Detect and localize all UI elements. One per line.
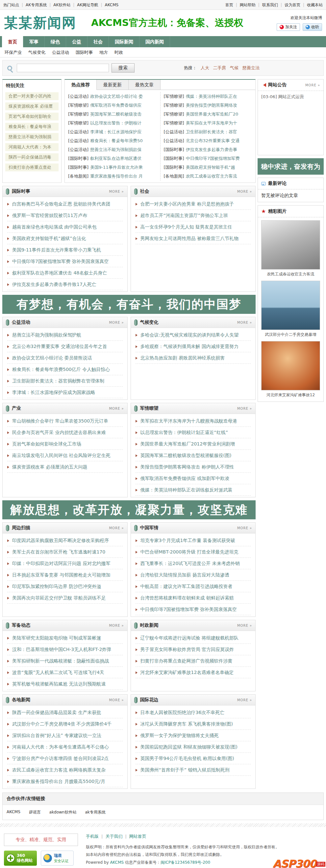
news-link[interactable]: 男子冒充女同事称欲炸房管局 官方回应莫误炸 bbox=[140, 647, 234, 652]
news-link[interactable]: 北京热岛效应加剧 易致居民神经系统损害 bbox=[140, 355, 225, 361]
news-category-tag[interactable]: [公益活动] bbox=[68, 129, 88, 134]
news-link[interactable]: 扫黄打非办将重点查处网游广告视频软件涉黄 bbox=[140, 658, 233, 663]
news-link[interactable]: 武汉部分中介二手房交易增4倍 不少房源降价4千 bbox=[12, 721, 111, 726]
nav-item-domestic-news[interactable]: 国内新闻 bbox=[139, 36, 170, 47]
news-link[interactable]: 美军士兵在首尔闹市区开枪 飞车逃逸时速170 bbox=[12, 549, 105, 555]
subnav-link[interactable]: 公益活动 bbox=[52, 50, 69, 55]
news-link[interactable]: 俄罗斯一军官经营妓院被罚11万卢布 bbox=[12, 213, 87, 218]
news-category-tag[interactable]: [公益活动] bbox=[68, 147, 88, 152]
news-link[interactable]: 河北怀来艾家沟矿难事故12名遇难者名单确定 bbox=[140, 670, 234, 675]
subnav-link[interactable]: 环保产业 bbox=[5, 50, 22, 55]
topbar-link[interactable]: AKCMS bbox=[105, 3, 118, 7]
news-link[interactable]: 美报告指责伊朗黑客网络攻击 称伊朗人不理性 bbox=[140, 464, 234, 469]
news-link[interactable]: 伊拉克发生多起暴力袭击事 bbox=[186, 147, 237, 152]
news-link[interactable]: 英国男子带94公斤毛毛虫登机 称用以食用(图) bbox=[140, 756, 234, 761]
special-focus-item[interactable]: 粮食局长：餐桌每年浪 bbox=[5, 123, 59, 131]
news-link[interactable]: 重庆家政服务指导价出台 月 bbox=[90, 174, 143, 179]
topbar-link[interactable]: AK专用系统 bbox=[26, 3, 47, 7]
news-category-tag[interactable]: [公益活动] bbox=[68, 138, 88, 143]
news-link[interactable]: 深圳拟出台首例“好人法” 专家建议统一立法 bbox=[12, 733, 101, 738]
news-link[interactable]: 农民工成春运收官主力客流 称网络购票太复杂 bbox=[12, 767, 106, 772]
news-link[interactable]: 英国海军第二艘机敏级攻击型核潜艇服役(图) bbox=[140, 453, 232, 458]
news-link[interactable]: 美陆军研究太阳能发电织物 可制成军装帐篷 bbox=[12, 635, 101, 641]
news-link[interactable]: 美国9-11事件后首次允许乘客带小刀乘飞机 bbox=[12, 247, 101, 252]
news-category-tag[interactable]: [各地新闻] bbox=[68, 174, 88, 179]
footer-link[interactable]: 关于我们 bbox=[105, 834, 123, 839]
news-link[interactable]: 李津城：长江水源地保护应成为国家战略 bbox=[12, 390, 95, 395]
news-link[interactable]: 河南籍人大代表：为本省考生遭遇高考不公痛心 bbox=[12, 744, 109, 749]
news-link[interactable]: 政协会议文艺组小组讨论 委员替熊说话 bbox=[12, 355, 92, 361]
news-link[interactable]: 中日俄印等7国被指增加军费 弥补美国衰落真空 bbox=[12, 259, 109, 264]
topbar-link[interactable]: 收藏本站 bbox=[307, 3, 323, 7]
news-link[interactable]: 美国政府支持智能手机“越狱”合法化 bbox=[12, 236, 86, 241]
nav-item-intl-news[interactable]: 国际新闻 bbox=[109, 36, 139, 47]
news-link[interactable]: 叙利亚军队在边界地区遭伏 bbox=[90, 156, 141, 161]
news-link[interactable]: 伊拉克发生多起暴力袭击事件致17人死亡 bbox=[12, 282, 97, 287]
topbar-link[interactable]: 网站帮助 bbox=[240, 3, 255, 7]
news-link[interactable]: 汉和：巴基斯坦推销中国CH-3无人机和FT-2炸弹 bbox=[12, 647, 111, 652]
footer-link[interactable]: 手机版 bbox=[86, 834, 99, 839]
more-link[interactable]: MORE » bbox=[237, 407, 252, 410]
news-link[interactable]: 辽宁舰今年或将进行远海试验 将组建舰载机部队 bbox=[140, 635, 239, 641]
news-link[interactable]: 多哈会议:无视气候灾难现实的谈判结果令人失望 bbox=[140, 332, 239, 338]
more-link[interactable]: MORE » bbox=[109, 321, 124, 324]
photo-thumbnail-wuhan-housing[interactable] bbox=[261, 281, 320, 330]
photo-caption[interactable]: 河北怀来艾家沟矿难事故12 bbox=[261, 390, 320, 399]
news-link[interactable]: 俄罗斯一女子为保护宠物猫将丈夫捅死 bbox=[140, 733, 219, 738]
news-link[interactable]: 美国前囚犯跑回监狱 和狱友抽烟聊天被发现(图) bbox=[140, 744, 238, 749]
news-category-tag[interactable]: [国际时事] bbox=[68, 165, 88, 170]
news-category-tag[interactable]: [军情瞭望] bbox=[164, 103, 184, 108]
news-link[interactable]: 宁波部分房产中介访客增四倍 签合同到凌晨2点 bbox=[12, 756, 109, 761]
special-focus-item[interactable]: 扫黄打非办将重点查处 bbox=[5, 163, 59, 172]
news-link[interactable]: 印尼军队加紧控制印马边界 防沙巴冲突外溢 bbox=[12, 584, 101, 589]
news-link[interactable]: 中航高层：建议允许军工集团引进战略投资者 bbox=[140, 584, 233, 589]
subnav-link[interactable]: 地方 bbox=[99, 50, 108, 55]
news-link[interactable]: 台湾给驻大陆情报员加薪 扬言应对大陆渗透 bbox=[140, 572, 229, 578]
news-category-tag[interactable]: [军情瞭望] bbox=[164, 112, 184, 117]
more-link[interactable]: MORE » bbox=[237, 321, 252, 324]
news-link[interactable]: 美国世界最大海军造船厂20 bbox=[186, 112, 239, 117]
special-focus-item[interactable]: 合肥一对夫妻小区内抢 bbox=[5, 92, 59, 100]
news-link[interactable]: 冰坨从天而降砸穿房车 系飞机乘客排泄物(图) bbox=[140, 721, 233, 726]
notice-item[interactable]: [03-06] 网站正式运营 bbox=[258, 91, 323, 103]
news-link[interactable]: 坦克专家3个月完成1年工作量 装备测试获突破 bbox=[140, 538, 235, 543]
news-link[interactable]: 俄军取消百年免费香烟供应 或加剧军中欺凌 bbox=[140, 476, 229, 481]
news-category-tag[interactable]: [军情瞭望] bbox=[164, 121, 184, 125]
footer-link[interactable]: 网站首页 bbox=[129, 834, 146, 839]
news-link[interactable]: 以总理发出警告：伊朗核计 bbox=[90, 121, 141, 125]
news-link[interactable]: 美国9-11事件后首次允许乘 bbox=[90, 165, 143, 170]
news-link[interactable]: 英军机敏号核潜艇再陷尴尬 无法达到预期航速 bbox=[12, 681, 106, 686]
friend-link[interactable]: akdown软件站 bbox=[49, 810, 77, 814]
news-link[interactable]: 北京公布32件重要实事 交通 bbox=[186, 138, 240, 143]
news-link[interactable]: 美军拟在太平洋东海岸为十 bbox=[186, 121, 237, 125]
news-link[interactable]: 中日俄印等7国被指增加军费 弥补美国衰落真空 bbox=[140, 607, 237, 612]
news-link[interactable]: 多哈观察：气候谈判僵局未解 国内减排更需努力 bbox=[140, 344, 239, 349]
weibo-follow-button[interactable]: 加关注 bbox=[277, 23, 300, 31]
news-link[interactable]: 陕西一药企保健品消毒品混装卖 生产未获批 bbox=[12, 710, 101, 715]
topbar-link[interactable]: 设为首页 bbox=[284, 3, 300, 7]
more-link[interactable]: MORE » bbox=[109, 624, 124, 627]
news-link[interactable]: 美国政府支持智能手机“越 bbox=[186, 165, 235, 170]
header-promo-banner[interactable]: AKCMS官方主机：免备案、送授权 bbox=[91, 17, 243, 30]
tab-latest-update[interactable]: 最新更新 bbox=[97, 80, 129, 90]
more-link[interactable]: MORE » bbox=[237, 624, 252, 627]
topbar-link[interactable]: 联系我们 bbox=[262, 3, 278, 7]
news-link[interactable]: 超市员工开“河南国土资源厅”奔驰公车上班 bbox=[140, 213, 228, 218]
news-link[interactable]: 美国世界最大海军造船厂2012年营业利润剧增 bbox=[140, 441, 235, 446]
news-link[interactable]: 北京公布32件重要实事 交通治堵位居今年之首 bbox=[12, 344, 107, 349]
news-link[interactable]: 西飞董事长：运20试飞可适度公开 未来考虑外销 bbox=[140, 561, 240, 566]
news-link[interactable]: 印度因武器采购腐败丑闻不断决定修改采购程序 bbox=[12, 538, 109, 543]
hot-search-link[interactable]: 人大 bbox=[201, 65, 209, 70]
friend-link[interactable]: 辟谣言 bbox=[29, 810, 41, 814]
news-link[interactable]: 常山胡柚推介会举行 常山果农签3500万元订单 bbox=[12, 418, 108, 424]
news-link[interactable]: 粮食局长：餐桌每年浪费500亿斤 令人触目惊心 bbox=[12, 367, 110, 372]
nav-item-society[interactable]: 社会 bbox=[87, 36, 109, 47]
news-link[interactable]: 波音“鬼眼”无人机第二次试飞 可连续飞行4天 bbox=[12, 670, 104, 675]
news-link[interactable]: 李津城：长江水源地保护应 bbox=[90, 129, 141, 134]
subnav-link[interactable]: 国际时事 bbox=[76, 50, 93, 55]
special-focus-item[interactable]: 河南籍人大代表：为本 bbox=[5, 143, 59, 151]
news-link[interactable]: 重庆家政服务指导价出台 月嫂最高5500元/月 bbox=[12, 779, 105, 784]
news-link[interactable]: 日本挑起东亚军备竞赛 与邻国擦枪走火可能增加 bbox=[12, 572, 110, 578]
news-link[interactable]: 俄媒：美英法特种部队正在 bbox=[186, 94, 237, 99]
news-link[interactable]: 越南首座绿色水电站落成 由中国公司承包 bbox=[12, 224, 97, 229]
